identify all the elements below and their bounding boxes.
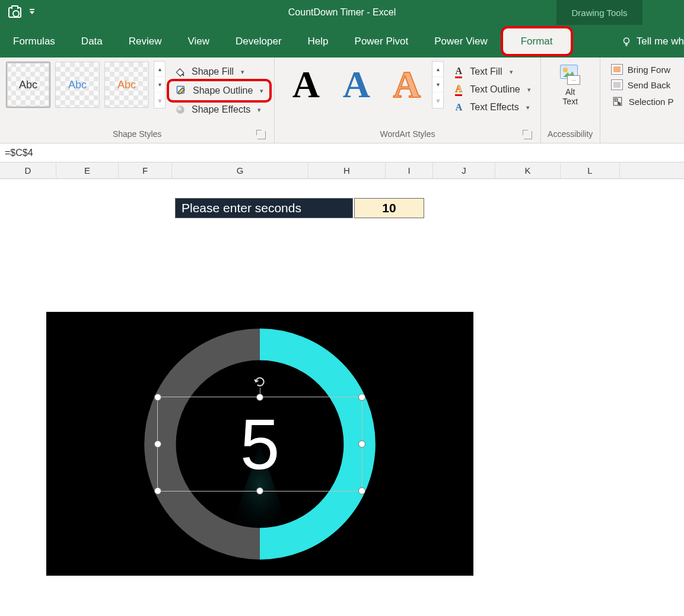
resize-handle[interactable]: [154, 441, 161, 448]
tell-me-text: Tell me wh: [637, 36, 684, 47]
col-header[interactable]: F: [119, 162, 172, 178]
shape-effects-label: Shape Effects: [192, 104, 250, 115]
send-backward-button[interactable]: Send Back: [606, 78, 679, 92]
worksheet[interactable]: Please enter seconds 10: [0, 179, 684, 606]
alt-text-label: Alt Text: [562, 87, 578, 106]
alt-text-button[interactable]: ··· Alt Text: [549, 61, 591, 110]
tab-powerpivot[interactable]: Power Pivot: [342, 25, 422, 58]
send-backward-icon: [611, 79, 623, 90]
wordart-thumb[interactable]: A: [281, 61, 331, 108]
tab-review[interactable]: Review: [116, 25, 175, 58]
contextual-tab-group: Drawing Tools: [556, 0, 642, 25]
input-value-cell[interactable]: 10: [354, 198, 424, 218]
shape-fill-label: Shape Fill: [192, 66, 234, 77]
tab-view[interactable]: View: [175, 25, 223, 58]
shape-selection-box[interactable]: 5: [157, 397, 362, 491]
tab-format[interactable]: Format: [503, 28, 571, 54]
wordart-gallery[interactable]: A A A ▴ ▾ ▿: [281, 61, 444, 108]
shape-fill-button[interactable]: Shape Fill: [169, 63, 269, 80]
scroll-up-icon[interactable]: ▴: [432, 62, 443, 77]
selection-pane-icon: [611, 95, 624, 108]
col-header[interactable]: E: [56, 162, 119, 178]
tab-powerview[interactable]: Power View: [421, 25, 500, 58]
resize-handle[interactable]: [358, 487, 365, 494]
camera-icon[interactable]: [8, 7, 21, 18]
text-fill-button[interactable]: A Text Fill: [447, 63, 535, 80]
gallery-scroll[interactable]: ▴ ▾ ▿: [154, 61, 166, 108]
shape-style-thumb[interactable]: Abc: [6, 62, 50, 108]
tab-formulas[interactable]: Formulas: [0, 25, 68, 58]
scroll-down-icon[interactable]: ▾: [154, 77, 165, 92]
lightbulb-icon: [621, 36, 632, 47]
wordart-thumb[interactable]: A: [381, 61, 432, 108]
shape-style-thumb[interactable]: Abc: [55, 62, 100, 108]
text-fill-icon: A: [452, 65, 465, 78]
ribbon: Abc Abc Abc ▴ ▾ ▿ Shape Fill Shape Outli…: [0, 58, 684, 143]
dialog-launcher-icon[interactable]: [257, 131, 266, 139]
rotate-connector: [260, 388, 260, 394]
resize-handle[interactable]: [358, 441, 365, 448]
scroll-down-icon[interactable]: ▾: [432, 77, 443, 92]
alt-text-icon: ···: [560, 65, 580, 85]
scroll-up-icon[interactable]: ▴: [154, 62, 165, 77]
col-header[interactable]: K: [495, 162, 561, 178]
bring-forward-label: Bring Forw: [628, 65, 671, 75]
svg-point-0: [623, 38, 629, 43]
text-effects-icon: A: [452, 101, 465, 114]
col-header[interactable]: H: [308, 162, 386, 178]
countdown-chart[interactable]: 5: [46, 312, 473, 576]
gallery-scroll[interactable]: ▴ ▾ ▿: [432, 61, 444, 108]
formula-bar[interactable]: =$C$4: [0, 143, 684, 162]
effects-icon: [174, 103, 187, 116]
col-header[interactable]: G: [172, 162, 308, 178]
resize-handle[interactable]: [256, 394, 263, 401]
gallery-expand-icon[interactable]: ▿: [154, 92, 165, 108]
shape-outline-label: Shape Outline: [193, 85, 253, 96]
text-effects-label: Text Effects: [470, 102, 518, 113]
resize-handle[interactable]: [256, 487, 263, 494]
shape-effects-button[interactable]: Shape Effects: [169, 101, 269, 118]
tab-developer[interactable]: Developer: [222, 25, 295, 58]
gallery-expand-icon[interactable]: ▿: [432, 92, 443, 108]
group-label-accessibility: Accessibility: [547, 127, 594, 141]
col-header[interactable]: J: [433, 162, 495, 178]
title-bar: CountDown Timer - Excel Drawing Tools: [0, 0, 684, 25]
col-header[interactable]: I: [386, 162, 433, 178]
tab-data[interactable]: Data: [68, 25, 116, 58]
bring-forward-button[interactable]: Bring Forw: [606, 62, 679, 76]
group-label-shape-styles: Shape Styles: [6, 127, 268, 141]
shape-outline-button[interactable]: Shape Outline: [169, 81, 269, 100]
text-effects-button[interactable]: A Text Effects: [447, 99, 535, 116]
dialog-launcher-icon[interactable]: [524, 131, 532, 139]
input-label-cell: Please enter seconds: [175, 198, 353, 218]
text-outline-icon: A: [452, 83, 465, 96]
svg-rect-5: [615, 99, 618, 102]
shape-style-gallery[interactable]: Abc Abc Abc ▴ ▾ ▿: [6, 61, 166, 108]
group-label-wordart: WordArt Styles: [281, 127, 534, 141]
tab-help[interactable]: Help: [295, 25, 342, 58]
resize-handle[interactable]: [154, 394, 161, 401]
tell-me[interactable]: Tell me wh: [609, 25, 684, 58]
bring-forward-icon: [611, 64, 623, 75]
wordart-thumb[interactable]: A: [331, 61, 381, 108]
resize-handle[interactable]: [358, 394, 365, 401]
bucket-icon: [174, 65, 187, 78]
shape-style-thumb[interactable]: Abc: [104, 62, 149, 108]
text-outline-label: Text Outline: [470, 84, 520, 95]
formula-bar-value: =$C$4: [5, 148, 33, 158]
text-outline-button[interactable]: A Text Outline: [447, 81, 535, 98]
column-headers[interactable]: DEFGHIJKL: [0, 162, 684, 179]
text-fill-label: Text Fill: [470, 66, 502, 77]
qat-customize-caret[interactable]: [30, 11, 34, 14]
col-header[interactable]: D: [0, 162, 56, 178]
rotate-handle[interactable]: [254, 376, 266, 388]
selection-pane-label: Selection P: [629, 97, 674, 107]
send-backward-label: Send Back: [628, 80, 671, 90]
selection-pane-button[interactable]: Selection P: [606, 93, 679, 110]
resize-handle[interactable]: [154, 487, 161, 494]
group-label-arrange: [606, 127, 678, 141]
pencil-outline-icon: [175, 84, 188, 97]
ribbon-tabs: Formulas Data Review View Developer Help…: [0, 25, 684, 58]
svg-point-3: [177, 107, 182, 111]
col-header[interactable]: L: [561, 162, 620, 178]
